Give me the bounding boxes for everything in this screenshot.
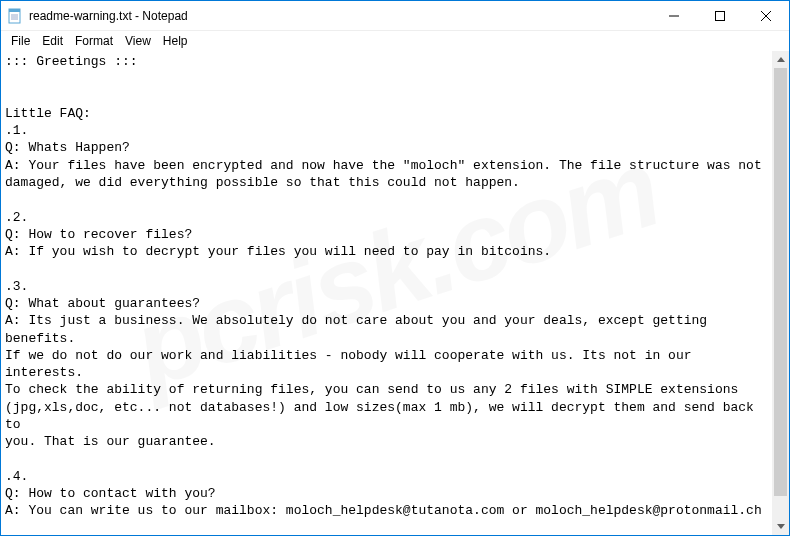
notepad-window: readme-warning.txt - Notepad File Edit F… — [0, 0, 790, 536]
titlebar[interactable]: readme-warning.txt - Notepad — [1, 1, 789, 31]
scroll-thumb[interactable] — [774, 68, 787, 496]
notepad-icon — [7, 8, 23, 24]
maximize-button[interactable] — [697, 1, 743, 30]
close-button[interactable] — [743, 1, 789, 30]
scroll-down-arrow[interactable] — [772, 518, 789, 535]
minimize-icon — [669, 11, 679, 21]
svg-marker-10 — [777, 524, 785, 529]
menu-format[interactable]: Format — [69, 33, 119, 49]
svg-rect-6 — [716, 11, 725, 20]
window-controls — [651, 1, 789, 30]
maximize-icon — [715, 11, 725, 21]
menu-file[interactable]: File — [5, 33, 36, 49]
scroll-up-arrow[interactable] — [772, 51, 789, 68]
minimize-button[interactable] — [651, 1, 697, 30]
close-icon — [761, 11, 771, 21]
menu-edit[interactable]: Edit — [36, 33, 69, 49]
chevron-up-icon — [777, 57, 785, 62]
svg-marker-9 — [777, 57, 785, 62]
menu-help[interactable]: Help — [157, 33, 194, 49]
vertical-scrollbar[interactable] — [772, 51, 789, 535]
content-area: ::: Greetings ::: Little FAQ: .1. Q: Wha… — [1, 51, 789, 535]
menu-view[interactable]: View — [119, 33, 157, 49]
text-editor[interactable]: ::: Greetings ::: Little FAQ: .1. Q: Wha… — [1, 51, 772, 535]
svg-rect-1 — [9, 9, 20, 12]
scroll-track[interactable] — [772, 68, 789, 518]
window-title: readme-warning.txt - Notepad — [29, 9, 651, 23]
menubar: File Edit Format View Help — [1, 31, 789, 51]
chevron-down-icon — [777, 524, 785, 529]
